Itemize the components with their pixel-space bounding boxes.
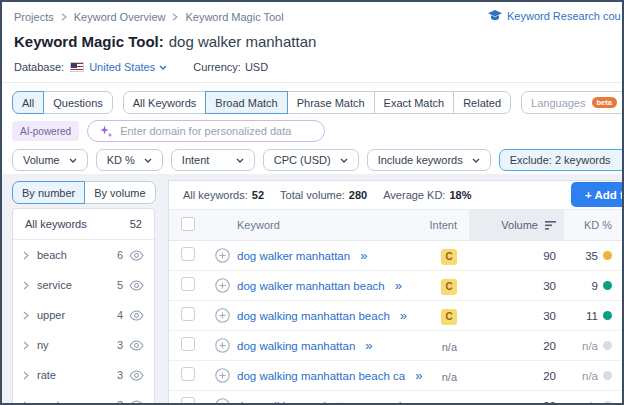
tab-exact-match[interactable]: Exact Match bbox=[374, 91, 455, 114]
chevron-right-icon bbox=[23, 251, 29, 260]
kd-dot bbox=[603, 281, 612, 290]
by-volume-button[interactable]: By volume bbox=[84, 181, 155, 204]
tab-questions[interactable]: Questions bbox=[43, 91, 113, 114]
keywords-table-card: All keywords:52 Total volume:280 Average… bbox=[168, 180, 622, 405]
keyword-link[interactable]: dog walking manhattan beach ca bbox=[237, 370, 405, 382]
column-keyword[interactable]: Keyword bbox=[237, 219, 393, 231]
add-to-list-button[interactable]: + Add to k bbox=[571, 182, 624, 207]
exclude-keywords-filter[interactable]: Exclude: 2 keywords ✕ bbox=[499, 149, 624, 171]
column-intent[interactable]: Intent bbox=[393, 219, 469, 231]
eye-icon[interactable] bbox=[129, 280, 144, 291]
column-kd[interactable]: KD % bbox=[564, 219, 622, 231]
group-row-rate[interactable]: rate 3 bbox=[13, 360, 154, 390]
tab-related[interactable]: Related bbox=[453, 91, 511, 114]
keyword-link[interactable]: dog walking manhattan new york bbox=[237, 400, 405, 405]
intent-filter[interactable]: Intent bbox=[171, 149, 255, 171]
select-all-checkbox[interactable] bbox=[181, 217, 195, 231]
circle-plus-icon[interactable] bbox=[215, 368, 237, 383]
intent-filter-label: Intent bbox=[182, 154, 210, 166]
keyword-link[interactable]: dog walker manhattan bbox=[237, 250, 350, 262]
stat-total-volume: Total volume:280 bbox=[280, 189, 367, 201]
row-checkbox[interactable] bbox=[181, 277, 195, 291]
row-checkbox[interactable] bbox=[181, 367, 195, 381]
group-count: 5 bbox=[117, 279, 123, 291]
group-row-beach[interactable]: beach 6 bbox=[13, 240, 154, 270]
chevron-down-icon bbox=[472, 158, 480, 163]
group-row-west[interactable]: west 3 bbox=[13, 390, 154, 405]
us-flag-icon bbox=[70, 62, 84, 72]
eye-icon[interactable] bbox=[129, 370, 144, 381]
chevron-right-icon bbox=[23, 311, 29, 320]
content-area: By number By volume All keywords 52 beac… bbox=[2, 174, 622, 403]
tab-all-keywords[interactable]: All Keywords bbox=[123, 91, 207, 114]
by-number-button[interactable]: By number bbox=[12, 181, 85, 204]
row-checkbox[interactable] bbox=[181, 307, 195, 321]
chevron-right-icon bbox=[23, 341, 29, 350]
double-arrow-icon[interactable]: » bbox=[360, 248, 367, 263]
chevron-right-icon bbox=[23, 371, 29, 380]
kd-filter[interactable]: KD % bbox=[96, 149, 163, 171]
cpc-filter-label: CPC (USD) bbox=[274, 154, 331, 166]
tab-broad-match[interactable]: Broad Match bbox=[205, 91, 287, 114]
chevron-right-icon bbox=[61, 13, 67, 21]
kd-dot bbox=[603, 401, 612, 405]
chevron-down-icon bbox=[236, 158, 244, 163]
volume-value: 90 bbox=[543, 250, 556, 262]
eye-icon[interactable] bbox=[129, 340, 144, 351]
languages-dropdown[interactable]: Languages beta bbox=[521, 91, 624, 114]
tab-all[interactable]: All bbox=[12, 91, 44, 114]
languages-label: Languages bbox=[531, 97, 585, 109]
row-checkbox[interactable] bbox=[181, 247, 195, 261]
cpc-filter[interactable]: CPC (USD) bbox=[263, 149, 359, 171]
eye-icon[interactable] bbox=[129, 250, 144, 261]
tabs-row: All Questions All Keywords Broad Match P… bbox=[12, 91, 624, 114]
chevron-right-icon bbox=[23, 281, 29, 290]
database-label: Database: bbox=[14, 61, 64, 73]
top-link-label: Keyword Research cou bbox=[507, 10, 621, 22]
ai-powered-badge: AI-powered bbox=[12, 121, 79, 141]
domain-input[interactable]: Enter domain for personalized data bbox=[87, 120, 325, 142]
tab-phrase-match[interactable]: Phrase Match bbox=[287, 91, 375, 114]
row-checkbox[interactable] bbox=[181, 337, 195, 351]
circle-plus-icon[interactable] bbox=[215, 248, 237, 263]
breadcrumb-projects[interactable]: Projects bbox=[14, 11, 54, 23]
volume-filter-label: Volume bbox=[23, 154, 60, 166]
group-label: ny bbox=[37, 339, 117, 351]
circle-plus-icon[interactable] bbox=[215, 278, 237, 293]
sort-icon bbox=[545, 221, 556, 230]
circle-plus-icon[interactable] bbox=[215, 338, 237, 353]
keyword-link[interactable]: dog walking manhattan beach bbox=[237, 310, 390, 322]
database-selector[interactable]: United States bbox=[89, 61, 167, 73]
group-label: rate bbox=[37, 369, 117, 381]
column-volume[interactable]: Volume bbox=[469, 210, 564, 240]
kd-dot bbox=[603, 251, 612, 260]
intent-badge-commercial: C bbox=[441, 279, 457, 295]
table-row: dog walking manhattan beach ca» n/a 20 n… bbox=[169, 361, 622, 391]
keyword-link[interactable]: dog walking manhattan bbox=[237, 340, 355, 352]
group-row-service[interactable]: service 5 bbox=[13, 270, 154, 300]
keyword-groups-panel: All keywords 52 beach 6 service 5 upper … bbox=[12, 208, 155, 405]
stat-average-kd: Average KD:18% bbox=[383, 189, 471, 201]
keyword-magic-tool-window: Projects Keyword Overview Keyword Magic … bbox=[0, 0, 624, 405]
groups-header[interactable]: All keywords 52 bbox=[13, 209, 154, 240]
eye-icon[interactable] bbox=[129, 310, 144, 321]
keyword-research-course-link[interactable]: Keyword Research cou bbox=[488, 10, 621, 22]
eye-icon[interactable] bbox=[129, 400, 144, 405]
breadcrumb-keyword-overview[interactable]: Keyword Overview bbox=[74, 11, 166, 23]
group-row-ny[interactable]: ny 3 bbox=[13, 330, 154, 360]
circle-plus-icon[interactable] bbox=[215, 308, 237, 323]
keyword-link[interactable]: dog walker manhattan beach bbox=[237, 280, 385, 292]
groups-header-count: 52 bbox=[130, 218, 142, 230]
include-keywords-filter[interactable]: Include keywords bbox=[367, 149, 491, 171]
volume-filter[interactable]: Volume bbox=[12, 149, 88, 171]
double-arrow-icon[interactable]: » bbox=[365, 338, 372, 353]
group-row-upper[interactable]: upper 4 bbox=[13, 300, 154, 330]
chevron-down-icon bbox=[144, 158, 152, 163]
circle-plus-icon[interactable] bbox=[215, 398, 237, 405]
row-checkbox[interactable] bbox=[181, 397, 195, 405]
database-value: United States bbox=[89, 61, 155, 73]
scope-tabs: All Questions bbox=[12, 91, 113, 114]
match-tabs: All Keywords Broad Match Phrase Match Ex… bbox=[123, 91, 511, 114]
group-label: upper bbox=[37, 309, 117, 321]
kd-dot bbox=[603, 311, 612, 320]
